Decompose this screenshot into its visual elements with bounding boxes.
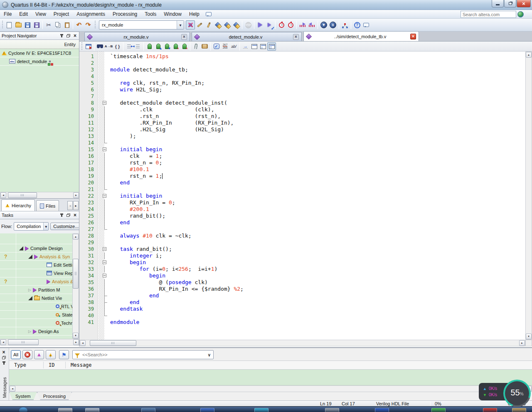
fold-marker[interactable] bbox=[96, 272, 110, 279]
taskbar-app-10[interactable] bbox=[512, 408, 526, 412]
fold-marker[interactable] bbox=[96, 100, 110, 106]
column-id[interactable]: ID bbox=[44, 362, 60, 368]
code-line-27[interactable]: 27 bbox=[79, 226, 525, 233]
menu-help[interactable]: Help bbox=[185, 10, 203, 18]
code-line-38[interactable]: 38 end bbox=[79, 299, 525, 306]
tab-files[interactable]: Files bbox=[36, 200, 59, 211]
pin-planner-button[interactable] bbox=[204, 20, 213, 29]
help-button[interactable]: ? bbox=[352, 20, 362, 29]
tab-close-icon[interactable]: × bbox=[293, 34, 299, 40]
scrollbar-thumb[interactable] bbox=[90, 340, 136, 346]
menu-edit[interactable]: Edit bbox=[15, 10, 32, 18]
code-line-2[interactable]: 2 bbox=[79, 60, 525, 66]
menu-project[interactable]: Project bbox=[50, 10, 73, 18]
menu-window[interactable]: Window bbox=[160, 10, 185, 18]
task-compile-design[interactable]: Compile Design bbox=[0, 244, 72, 253]
project-select[interactable]: rx_module ▾ bbox=[99, 20, 184, 29]
device-tree-item[interactable]: Cyclone IV E: EP4CE15F17C8 bbox=[0, 49, 79, 57]
pane-layout-1-button[interactable] bbox=[250, 42, 259, 51]
save-project-button[interactable] bbox=[32, 20, 41, 29]
code-line-13[interactable]: 13 ); bbox=[79, 133, 525, 140]
taskbar-app-6[interactable] bbox=[325, 408, 339, 412]
pn-tabs-scroll-right[interactable]: ▸ bbox=[73, 201, 79, 210]
code-line-14[interactable]: 14 bbox=[79, 140, 525, 146]
start-orb[interactable] bbox=[19, 407, 27, 412]
taskbar-app-7[interactable] bbox=[375, 408, 389, 412]
timing-analyzer-button[interactable] bbox=[286, 20, 295, 29]
pane-layout-3-button[interactable] bbox=[267, 42, 276, 51]
code-line-10[interactable]: 10 .rst_n (rst_n), bbox=[79, 113, 525, 120]
hierarchy-button[interactable] bbox=[340, 20, 350, 29]
scroll-left-arrow[interactable]: ◂ bbox=[10, 386, 15, 392]
messages-float-button[interactable] bbox=[1, 355, 7, 360]
clear-bookmark-button[interactable]: × bbox=[171, 42, 180, 51]
taskbar-app-8[interactable] bbox=[431, 408, 446, 412]
feedback-button[interactable] bbox=[362, 20, 371, 29]
assembler-button[interactable] bbox=[232, 20, 241, 29]
code-line-4[interactable]: 4 bbox=[79, 73, 525, 80]
task-techn[interactable]: Techn bbox=[0, 319, 72, 327]
entity-column-header[interactable]: Entity bbox=[0, 40, 79, 49]
tree-expanded-icon[interactable] bbox=[28, 296, 32, 300]
usage-monitor-overlay[interactable]: 55 % bbox=[503, 380, 531, 407]
netlist-viewer-button[interactable] bbox=[298, 20, 307, 29]
code-line-31[interactable]: 31 integer i; bbox=[79, 253, 525, 259]
code-line-22[interactable]: 22 initial begin bbox=[79, 193, 525, 199]
filter-all-button[interactable]: All bbox=[11, 350, 21, 359]
code-line-33[interactable]: 33 for (i=0; i<256; i=i+1) bbox=[79, 266, 525, 272]
match-brace-button[interactable]: { } bbox=[113, 42, 122, 51]
toolbar-grip-2[interactable] bbox=[94, 21, 96, 29]
altera-search-input[interactable] bbox=[461, 11, 516, 18]
code-line-1[interactable]: 1`timescale 1ns/1ps bbox=[79, 53, 525, 60]
code-line-23[interactable]: 23 RX_Pin_In = 0; bbox=[79, 199, 525, 206]
search-chevron-icon[interactable]: ∨ bbox=[208, 353, 211, 357]
find-button[interactable] bbox=[96, 42, 104, 51]
code-line-18[interactable]: 18 #100.1 bbox=[79, 166, 525, 173]
fold-marker[interactable] bbox=[96, 246, 110, 253]
analyze-file-button[interactable]: ✓ bbox=[212, 42, 221, 51]
unindent-button[interactable]: ◂ bbox=[133, 42, 142, 51]
fold-marker[interactable] bbox=[96, 146, 110, 153]
code-line-29[interactable]: 29 bbox=[79, 239, 525, 246]
cut-button[interactable]: ✂ bbox=[44, 20, 53, 29]
taskbar-app-4[interactable] bbox=[200, 408, 214, 412]
tab-hierarchy[interactable]: Hierarchy bbox=[1, 199, 35, 211]
code-line-26[interactable]: 26 end bbox=[79, 219, 525, 226]
messages-search-input[interactable] bbox=[82, 352, 211, 357]
programmer-button[interactable]: ▼ bbox=[319, 20, 328, 29]
chip-planner-button[interactable]: ⋔ bbox=[328, 20, 337, 29]
scrollbar-thumb[interactable] bbox=[8, 339, 39, 345]
code-line-36[interactable]: 36 RX_Pin_In <= {$random} %2; bbox=[79, 286, 525, 292]
replace-button[interactable]: A→B bbox=[104, 42, 113, 51]
scroll-up-arrow[interactable]: ▴ bbox=[526, 52, 532, 58]
messages-search[interactable]: ∨ bbox=[72, 350, 214, 359]
editor-toolbar-grip[interactable] bbox=[81, 42, 83, 51]
filter-errors-button[interactable]: ✖ bbox=[22, 350, 32, 359]
rtl-simulation-button[interactable]: ✓ bbox=[265, 20, 274, 29]
tab-processing[interactable]: Processing bbox=[37, 392, 72, 400]
fold-marker[interactable] bbox=[96, 193, 110, 199]
task-partition-m[interactable]: ▷Partition M bbox=[0, 286, 72, 294]
taskbar-app-1[interactable] bbox=[58, 408, 72, 412]
menu-assignments[interactable]: Assignments bbox=[73, 10, 109, 18]
scroll-left-arrow[interactable]: ◂ bbox=[0, 339, 6, 345]
scroll-up-arrow[interactable]: ▴ bbox=[73, 234, 79, 240]
task-analysis[interactable]: ?Analysis & bbox=[0, 277, 72, 286]
tasks-float-button[interactable] bbox=[66, 213, 71, 218]
task-design-as[interactable]: ▷Design As bbox=[0, 327, 72, 336]
close-button[interactable]: × bbox=[517, 0, 531, 7]
pn-pin-button[interactable] bbox=[59, 33, 64, 39]
code-line-7[interactable]: 7 bbox=[79, 93, 525, 100]
menu-tools[interactable]: Tools bbox=[141, 10, 160, 18]
code-line-34[interactable]: 34 begin bbox=[79, 272, 525, 279]
menu-file[interactable]: File bbox=[0, 10, 15, 18]
comment-button[interactable]: ab/ bbox=[229, 42, 238, 51]
code-editor[interactable]: 1`timescale 1ns/1ps23module detect_modul… bbox=[79, 52, 525, 340]
undo-button[interactable]: ↶ bbox=[74, 20, 84, 29]
scroll-left-arrow[interactable]: ◂ bbox=[0, 192, 6, 198]
code-line-6[interactable]: 6 wire H2L_Sig; bbox=[79, 86, 525, 93]
feedback-icon[interactable] bbox=[206, 12, 212, 16]
pane-layout-2-button[interactable] bbox=[259, 42, 267, 51]
task-netlist-vie[interactable]: Netlist Vie bbox=[0, 294, 72, 302]
copy-button[interactable] bbox=[53, 20, 62, 29]
